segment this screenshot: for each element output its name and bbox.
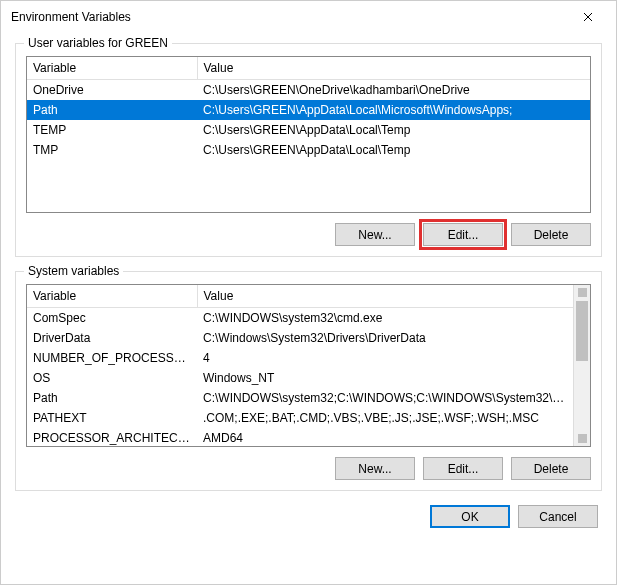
user-delete-button[interactable]: Delete xyxy=(511,223,591,246)
cell-variable: OneDrive xyxy=(27,80,197,100)
user-new-button[interactable]: New... xyxy=(335,223,415,246)
cell-variable: PROCESSOR_ARCHITECTURE xyxy=(27,428,197,448)
table-row[interactable]: TMPC:\Users\GREEN\AppData\Local\Temp xyxy=(27,140,590,160)
scrollbar-thumb[interactable] xyxy=(576,301,588,361)
table-row[interactable]: TEMPC:\Users\GREEN\AppData\Local\Temp xyxy=(27,120,590,140)
table-row[interactable]: PathC:\WINDOWS\system32;C:\WINDOWS;C:\WI… xyxy=(27,388,573,408)
table-row[interactable]: PATHEXT.COM;.EXE;.BAT;.CMD;.VBS;.VBE;.JS… xyxy=(27,408,573,428)
cell-value: AMD64 xyxy=(197,428,573,448)
cell-value: 4 xyxy=(197,348,573,368)
user-group-label: User variables for GREEN xyxy=(24,36,172,50)
cell-variable: Path xyxy=(27,388,197,408)
cell-variable: TEMP xyxy=(27,120,197,140)
dialog-content: User variables for GREEN Variable Value … xyxy=(1,33,616,584)
cell-value: C:\Users\GREEN\OneDrive\kadhambari\OneDr… xyxy=(197,80,590,100)
table-row[interactable]: PathC:\Users\GREEN\AppData\Local\Microso… xyxy=(27,100,590,120)
cell-variable: ComSpec xyxy=(27,308,197,328)
close-icon xyxy=(583,12,593,22)
user-variables-group: User variables for GREEN Variable Value … xyxy=(15,43,602,257)
sys-vars-table-wrap: Variable Value ComSpecC:\WINDOWS\system3… xyxy=(26,284,591,447)
user-vars-table-wrap: Variable Value OneDriveC:\Users\GREEN\On… xyxy=(26,56,591,213)
cell-variable: Path xyxy=(27,100,197,120)
window-title: Environment Variables xyxy=(11,10,568,24)
cell-value: C:\WINDOWS\system32;C:\WINDOWS;C:\WINDOW… xyxy=(197,388,573,408)
table-row[interactable]: OSWindows_NT xyxy=(27,368,573,388)
sys-scrollbar[interactable] xyxy=(573,285,590,446)
cell-value: C:\WINDOWS\system32\cmd.exe xyxy=(197,308,573,328)
cell-value: .COM;.EXE;.BAT;.CMD;.VBS;.VBE;.JS;.JSE;.… xyxy=(197,408,573,428)
cell-value: C:\Users\GREEN\AppData\Local\Temp xyxy=(197,140,590,160)
cell-value: C:\Users\GREEN\AppData\Local\Temp xyxy=(197,120,590,140)
table-row[interactable]: OneDriveC:\Users\GREEN\OneDrive\kadhamba… xyxy=(27,80,590,100)
sys-edit-button[interactable]: Edit... xyxy=(423,457,503,480)
system-variables-group: System variables Variable Value ComSpecC… xyxy=(15,271,602,491)
cell-value: C:\Users\GREEN\AppData\Local\Microsoft\W… xyxy=(197,100,590,120)
sys-group-label: System variables xyxy=(24,264,123,278)
dialog-button-row: OK Cancel xyxy=(15,505,602,528)
table-row[interactable]: NUMBER_OF_PROCESSORS4 xyxy=(27,348,573,368)
cancel-button[interactable]: Cancel xyxy=(518,505,598,528)
ok-button[interactable]: OK xyxy=(430,505,510,528)
cell-variable: DriverData xyxy=(27,328,197,348)
user-button-row: New... Edit... Delete xyxy=(26,223,591,246)
user-header-value[interactable]: Value xyxy=(197,57,590,80)
cell-value: C:\Windows\System32\Drivers\DriverData xyxy=(197,328,573,348)
cell-variable: OS xyxy=(27,368,197,388)
cell-variable: TMP xyxy=(27,140,197,160)
user-edit-button[interactable]: Edit... xyxy=(423,223,503,246)
sys-new-button[interactable]: New... xyxy=(335,457,415,480)
table-row[interactable]: PROCESSOR_ARCHITECTUREAMD64 xyxy=(27,428,573,448)
close-button[interactable] xyxy=(568,3,608,31)
user-vars-table[interactable]: Variable Value OneDriveC:\Users\GREEN\On… xyxy=(27,57,590,212)
sys-header-value[interactable]: Value xyxy=(197,285,573,308)
env-vars-dialog: Environment Variables User variables for… xyxy=(0,0,617,585)
sys-header-variable[interactable]: Variable xyxy=(27,285,197,308)
sys-button-row: New... Edit... Delete xyxy=(26,457,591,480)
cell-variable: NUMBER_OF_PROCESSORS xyxy=(27,348,197,368)
cell-variable: PATHEXT xyxy=(27,408,197,428)
cell-value: Windows_NT xyxy=(197,368,573,388)
titlebar: Environment Variables xyxy=(1,1,616,33)
sys-delete-button[interactable]: Delete xyxy=(511,457,591,480)
sys-vars-table[interactable]: Variable Value ComSpecC:\WINDOWS\system3… xyxy=(27,285,573,446)
user-header-variable[interactable]: Variable xyxy=(27,57,197,80)
table-row[interactable]: DriverDataC:\Windows\System32\Drivers\Dr… xyxy=(27,328,573,348)
table-row[interactable]: ComSpecC:\WINDOWS\system32\cmd.exe xyxy=(27,308,573,328)
